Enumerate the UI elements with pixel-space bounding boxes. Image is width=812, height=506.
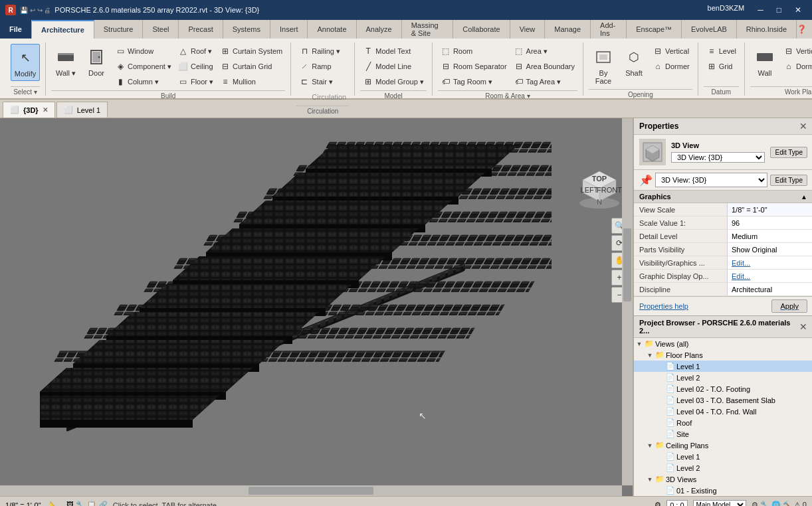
model-text-label: Model Text — [375, 47, 411, 55]
graphics-section-header[interactable]: Graphics ▲ — [634, 191, 812, 203]
floor-button[interactable]: ▭ Floor ▾ — [175, 74, 216, 89]
railing-button[interactable]: ⊓ Railing ▾ — [296, 44, 349, 58]
view-cube[interactable]: TOP FRONT LEFT N — [573, 158, 626, 211]
roof-button[interactable]: △ Roof ▾ — [175, 44, 216, 58]
tag-area-button[interactable]: 🏷 Tag Area ▾ — [511, 74, 577, 89]
model-group-button[interactable]: ⊞ Model Group ▾ — [360, 74, 427, 89]
scroll-thumb-vertical[interactable] — [623, 228, 631, 302]
dormer-2-button[interactable]: ⌂ Dormer — [781, 59, 812, 74]
dormer-button[interactable]: ⌂ Dormer — [650, 59, 692, 74]
tab-systems[interactable]: Systems — [223, 20, 270, 39]
help-button[interactable]: ❓ — [797, 25, 807, 34]
apply-button[interactable]: Apply — [771, 299, 807, 313]
view-tab-3d[interactable]: ⬜ {3D} ✕ — [3, 102, 55, 118]
maximize-button[interactable]: □ — [771, 4, 787, 16]
tab-rhino[interactable]: Rhino.Inside — [737, 20, 797, 39]
tree-ceiling-level-1[interactable]: 📄 Level 1 — [634, 451, 812, 462]
tree-level-1[interactable]: 📄 Level 1 — [634, 361, 812, 372]
model-line-button[interactable]: ╱ Model Line — [360, 59, 427, 74]
model-text-button[interactable]: T Model Text — [360, 44, 427, 58]
grid-button[interactable]: ⊞ Grid — [704, 59, 739, 74]
tag-room-button[interactable]: 🏷 Tag Room ▾ — [438, 74, 510, 89]
tab-evolvelab[interactable]: EvolveLAB — [682, 20, 737, 39]
tab-massing[interactable]: Massing & Site — [402, 20, 454, 39]
graphic-display-value[interactable]: Edit... — [727, 270, 812, 282]
svg-text:FRONT: FRONT — [597, 186, 622, 194]
tab-steel[interactable]: Steel — [143, 20, 179, 39]
tab-annotate[interactable]: Annotate — [308, 20, 356, 39]
tab-structure[interactable]: Structure — [94, 20, 144, 39]
tab-analyze[interactable]: Analyze — [357, 20, 402, 39]
panel-pin-button[interactable]: 📌 — [639, 174, 653, 187]
tree-3d-views[interactable]: ▼ 📁 3D Views — [634, 473, 812, 485]
tree-01-existing[interactable]: 📄 01 - Existing — [634, 485, 812, 496]
wall-button[interactable]: Wall ▾ — [51, 44, 80, 80]
ceiling-button[interactable]: ⬜ Ceiling — [175, 59, 216, 74]
svg-marker-98 — [140, 284, 352, 308]
tab-architecture[interactable]: Architecture — [32, 20, 94, 39]
area-boundary-button[interactable]: ⊟ Area Boundary — [511, 59, 577, 74]
modify-button[interactable]: ↖ Modify — [11, 44, 40, 81]
scroll-thumb-horizontal[interactable] — [249, 487, 373, 495]
status-icons-left: 🖼 🔧 📋 🔗 — [66, 501, 108, 506]
mullion-button[interactable]: ≡ Mullion — [217, 74, 285, 89]
vertical-button[interactable]: ⊟ Vertical — [650, 44, 692, 58]
curtain-grid-button[interactable]: ⊟ Curtain Grid — [217, 59, 285, 74]
tab-insert[interactable]: Insert — [270, 20, 308, 39]
tree-ceiling-level-2[interactable]: 📄 Level 2 — [634, 462, 812, 473]
visibility-graphics-value[interactable]: Edit... — [727, 256, 812, 269]
parts-visibility-value[interactable]: Show Original — [727, 243, 812, 256]
workset-selector[interactable]: Main Model — [693, 500, 746, 506]
horizontal-scrollbar[interactable] — [0, 485, 622, 496]
tree-views-all[interactable]: ▼ 📁 Views (all) — [634, 338, 812, 349]
view-dropdown[interactable]: 3D View: {3D} — [655, 173, 767, 187]
minimize-button[interactable]: ─ — [752, 4, 769, 16]
edit-type-button[interactable]: Edit Type — [770, 147, 807, 158]
ramp-button[interactable]: ⟋ Ramp — [296, 59, 349, 74]
browser-close-button[interactable]: ✕ — [799, 321, 807, 332]
tree-roof[interactable]: 📄 Roof — [634, 417, 812, 428]
tree-ceiling-plans[interactable]: ▼ 📁 Ceiling Plans — [634, 440, 812, 451]
status-workset-icon: ⚙ — [655, 501, 661, 506]
tree-site[interactable]: 📄 Site — [634, 428, 812, 440]
tree-level-04[interactable]: 📄 Level 04 - T.O. Fnd. Wall — [634, 406, 812, 417]
window-button[interactable]: ▭ Window — [112, 44, 174, 58]
tab-precast[interactable]: Precast — [179, 20, 223, 39]
tab-enscape[interactable]: Enscape™ — [627, 20, 682, 39]
view-tab-level1[interactable]: ⬜ Level 1 — [56, 102, 108, 118]
area-button[interactable]: ⬚ Area ▾ — [511, 44, 577, 58]
tree-floor-plans[interactable]: ▼ 📁 Floor Plans — [634, 349, 812, 361]
properties-close-button[interactable]: ✕ — [799, 121, 807, 131]
room-separator-button[interactable]: ⊟ Room Separator — [438, 59, 510, 74]
close-button[interactable]: ✕ — [789, 4, 807, 16]
tab-addins[interactable]: Add-Ins — [591, 20, 627, 39]
properties-help-link[interactable]: Properties help — [639, 302, 688, 310]
curtain-system-button[interactable]: ⊞ Curtain System — [217, 44, 285, 58]
view-type-dropdown[interactable]: 3D View: {3D} — [671, 152, 765, 163]
tab-manage[interactable]: Manage — [545, 20, 591, 39]
edit-type-btn-2[interactable]: Edit Type — [770, 175, 807, 186]
ribbon-group-model: T Model Text ╱ Model Line ⊞ Model Group … — [355, 42, 433, 96]
canvas-area[interactable]: TOP FRONT LEFT N 🔍 ⟳ ✋ + − ↖ — [0, 118, 633, 496]
tree-level-02[interactable]: 📄 Level 02 - T.O. Footing — [634, 383, 812, 394]
tab-collaborate[interactable]: Collaborate — [453, 20, 510, 39]
tree-ceiling-plans-label: Ceiling Plans — [666, 442, 708, 450]
wall-button-2[interactable]: Wall — [750, 44, 779, 80]
column-button[interactable]: ▮ Column ▾ — [112, 74, 174, 89]
by-face-button[interactable]: By Face — [589, 44, 618, 88]
door-button[interactable]: Door — [82, 44, 111, 80]
tab-view[interactable]: View — [510, 20, 546, 39]
vertical-2-button[interactable]: ⊟ Vertical — [781, 44, 812, 58]
tree-level-2[interactable]: 📄 Level 2 — [634, 372, 812, 383]
stair-button[interactable]: ⊏ Stair ▾ — [296, 74, 349, 89]
tab-file[interactable]: File — [0, 20, 32, 39]
level-button[interactable]: ≡ Level — [704, 44, 739, 58]
tree-level-03[interactable]: 📄 Level 03 - T.O. Basement Slab — [634, 394, 812, 406]
view-scale-value[interactable]: 1/8" = 1'-0" — [727, 203, 812, 216]
vertical-scrollbar[interactable] — [622, 118, 633, 485]
3d-tab-close[interactable]: ✕ — [43, 106, 48, 114]
shaft-button[interactable]: ⬡ Shaft — [619, 44, 649, 80]
room-button[interactable]: ⬚ Room — [438, 44, 510, 58]
detail-level-value[interactable]: Medium — [727, 230, 812, 242]
component-button[interactable]: ◈ Component ▾ — [112, 59, 174, 74]
